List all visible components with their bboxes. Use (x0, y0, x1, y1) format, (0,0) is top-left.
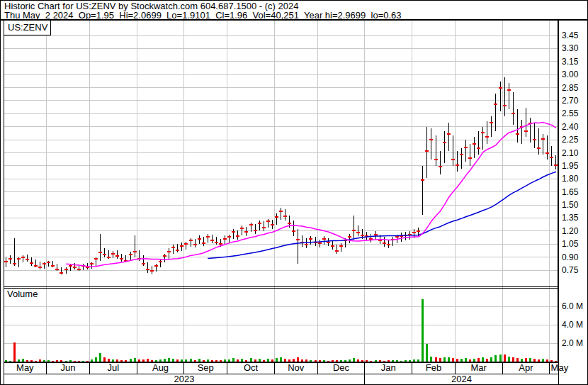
volume-bar (409, 360, 411, 362)
volume-bar (250, 358, 252, 362)
volume-bar (460, 359, 463, 362)
volume-bar (521, 359, 523, 362)
volume-bar (151, 360, 153, 362)
volume-bar (47, 360, 50, 362)
volume-bar (254, 359, 256, 362)
volume-bar (82, 361, 84, 362)
volume-tick-label: 2.0 M (562, 338, 583, 348)
close-tick (34, 265, 38, 267)
volume-bar (305, 359, 307, 362)
chart-background (0, 0, 588, 385)
price-tick-label: 2.25 (562, 135, 579, 145)
close-tick (412, 232, 416, 233)
price-tick-label: 1.95 (562, 161, 579, 171)
volume-bar (315, 360, 317, 362)
close-tick (421, 179, 424, 181)
month-label: Aug (152, 362, 169, 373)
close-tick (516, 133, 519, 135)
close-tick (533, 139, 536, 140)
close-tick (244, 231, 248, 233)
volume-bar (504, 355, 506, 362)
month-label: Feb (426, 362, 441, 373)
volume-bar (435, 357, 437, 362)
volume-bar (112, 359, 114, 362)
close-tick (507, 89, 511, 91)
close-tick (4, 261, 8, 262)
close-tick (494, 104, 497, 105)
close-tick (210, 240, 214, 241)
price-tick-label: 2.55 (562, 108, 579, 118)
price-volume-chart: 3.453.303.153.002.852.702.552.402.252.10… (0, 0, 588, 385)
close-tick (271, 224, 274, 225)
volume-bar (512, 357, 514, 362)
volume-bar (413, 359, 415, 362)
volume-bar (486, 359, 488, 362)
volume-bar (13, 342, 16, 362)
volume-bar (56, 360, 58, 362)
volume-bar (310, 360, 312, 362)
volume-tick-label: 4.0 M (562, 320, 583, 330)
volume-bar (103, 357, 106, 362)
close-tick (30, 262, 33, 264)
month-label: Jun (61, 362, 76, 373)
volume-bar (276, 358, 278, 362)
volume-bar (465, 358, 467, 362)
close-tick (69, 265, 72, 267)
price-tick-label: 0.90 (562, 252, 579, 262)
volume-bar (60, 360, 62, 362)
price-tick-label: 1.05 (562, 239, 579, 249)
volume-bar (241, 359, 243, 362)
volume-bar (134, 358, 136, 362)
volume-bar (529, 358, 531, 362)
close-tick (511, 113, 515, 114)
volume-bar (430, 357, 432, 362)
close-tick (167, 251, 171, 252)
close-tick (43, 263, 46, 264)
price-tick-label: 1.80 (562, 174, 579, 184)
close-tick (266, 221, 270, 222)
volume-bar (190, 359, 192, 362)
close-tick (111, 253, 115, 255)
close-tick (215, 242, 218, 243)
volume-bar (392, 360, 394, 362)
volume-bar (9, 361, 11, 362)
close-tick (309, 238, 312, 240)
month-label: Jan (381, 362, 396, 373)
volume-bar (18, 359, 20, 362)
symbol-label: US:ZENV (4, 21, 51, 35)
volume-bar (220, 360, 222, 362)
volume-bar (323, 360, 325, 362)
volume-bar (120, 360, 123, 362)
volume-bar (533, 359, 536, 362)
close-tick (387, 244, 390, 245)
close-tick (115, 255, 119, 257)
close-tick (331, 245, 334, 247)
close-tick (184, 243, 188, 245)
volume-bar (35, 361, 37, 362)
volume-bar (43, 360, 45, 362)
close-tick (171, 247, 175, 248)
volume-bar (525, 358, 527, 362)
volume-bar (181, 359, 183, 362)
volume-bar (417, 359, 419, 362)
close-tick (77, 269, 81, 270)
close-tick (21, 257, 25, 258)
volume-bar (203, 360, 205, 362)
close-tick (86, 267, 89, 268)
close-tick (107, 257, 111, 258)
close-tick (232, 231, 235, 233)
volume-bar (388, 360, 390, 362)
close-tick (227, 236, 231, 238)
volume-bar (477, 358, 480, 362)
volume-bar (52, 361, 54, 362)
volume-panel-label: Volume (7, 289, 38, 299)
close-tick (150, 270, 154, 272)
volume-bar (198, 359, 200, 362)
close-tick (464, 147, 468, 148)
volume-bar (349, 359, 351, 362)
close-tick (154, 265, 158, 267)
volume-bar (422, 299, 424, 362)
close-tick (38, 267, 42, 268)
price-tick-label: 3.15 (562, 57, 579, 67)
close-tick (481, 132, 485, 133)
